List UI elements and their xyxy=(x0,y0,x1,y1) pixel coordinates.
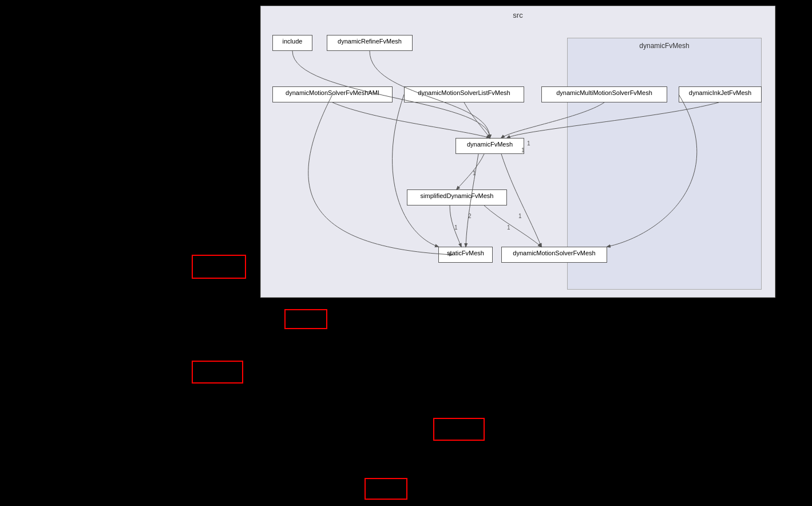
svg-text:1: 1 xyxy=(473,170,476,176)
node-dynamic-motion-solver-fvmesh-ami: dynamicMotionSolverFvMeshAMI xyxy=(272,86,393,102)
src-label: src xyxy=(261,11,775,19)
svg-text:1: 1 xyxy=(454,224,458,231)
node-dynamic-fvmesh: dynamicFvMesh xyxy=(455,138,524,154)
red-box-2 xyxy=(284,309,327,329)
red-box-4 xyxy=(433,418,485,441)
node-simplified-dynamic-fvmesh: simplifiedDynamicFvMesh xyxy=(407,189,507,205)
svg-text:2: 2 xyxy=(468,213,472,219)
red-box-5 xyxy=(365,478,407,500)
red-box-3 xyxy=(192,361,243,384)
node-dynamic-motion-solver-fvmesh: dynamicMotionSolverFvMesh xyxy=(501,247,607,263)
node-dynamic-inkjet-fvmesh: dynamicInkJetFvMesh xyxy=(679,86,762,102)
node-dynamic-refine-fvmesh: dynamicRefineFvMesh xyxy=(327,35,413,51)
node-static-fvmesh: staticFvMesh xyxy=(438,247,493,263)
node-dynamic-motion-solver-list-fvmesh: dynamicMotionSolverListFvMesh xyxy=(404,86,524,102)
node-dynamic-multi-motion-solver-fvmesh: dynamicMultiMotionSolverFvMesh xyxy=(541,86,667,102)
svg-text:1: 1 xyxy=(527,140,530,147)
red-box-1 xyxy=(192,255,246,279)
node-include: include xyxy=(272,35,312,51)
diagram-container: src dynamicFvMesh include dynamicRefineF… xyxy=(260,6,775,298)
svg-text:1: 1 xyxy=(518,213,522,219)
dynamic-fvmesh-group-label: dynamicFvMesh xyxy=(568,42,761,50)
svg-text:1: 1 xyxy=(507,224,510,231)
